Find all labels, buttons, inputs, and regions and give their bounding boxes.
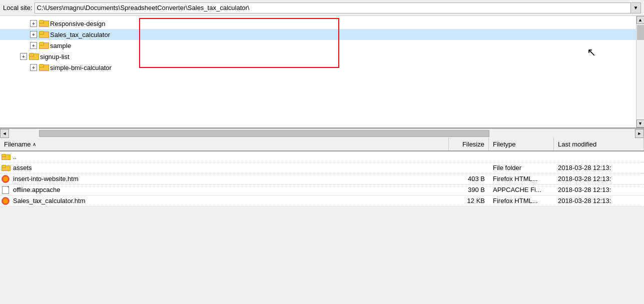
file-icon-offline-appcache — [0, 184, 11, 196]
file-icon-assets — [0, 162, 11, 174]
cell-lastmod-sales-tax-calculator-htm: 2018-03-28 12:13: — [554, 197, 644, 204]
col-header-lastmod[interactable]: Last modified — [554, 138, 644, 150]
folder-icon-responsive-design — [39, 20, 48, 27]
local-site-bar: Local site: ▼ — [0, 0, 644, 16]
cell-filesize-insert-into-website: 403 B — [449, 175, 489, 182]
file-list-section: Filename ∧ Filesize Filetype Last modifi… — [0, 138, 644, 206]
cell-lastmod-insert-into-website: 2018-03-28 12:13: — [554, 175, 644, 182]
local-site-path-input[interactable] — [35, 2, 631, 14]
col-header-filename[interactable]: Filename ∧ — [0, 138, 449, 150]
file-row-offline-appcache[interactable]: offline.appcache 390 B APPCACHE Fi... 20… — [0, 184, 644, 196]
cell-filename-offline-appcache: offline.appcache — [11, 186, 449, 194]
expand-btn-sales-tax-calculator[interactable]: + — [30, 31, 37, 38]
scroll-thumb[interactable] — [637, 25, 644, 40]
file-row-insert-into-website[interactable]: insert-into-website.htm 403 B Firefox HT… — [0, 174, 644, 184]
cell-lastmod-assets: 2018-03-28 12:13: — [554, 164, 644, 172]
file-icon-sales-tax-calculator-htm — [0, 196, 11, 206]
col-header-lastmod-label: Last modified — [558, 140, 596, 148]
tree-item-label-simple-bmi-calculator: simple-bmi-calculator — [50, 64, 112, 72]
tree-item-simple-bmi-calculator[interactable]: + simple-bmi-calculator — [0, 62, 636, 73]
cell-filetype-assets: File folder — [489, 164, 554, 172]
tree-item-label-sales-tax-calculator: Sales_tax_calculator — [50, 31, 110, 38]
file-row-parent-dir[interactable]: .. — [0, 152, 644, 162]
h-scroll-track — [9, 129, 635, 138]
cell-filetype-offline-appcache: APPCACHE Fi... — [489, 186, 554, 194]
file-icon-parent-dir — [0, 152, 11, 162]
cell-filename-parent-dir: .. — [11, 153, 449, 160]
folder-small-icon-assets — [2, 165, 10, 171]
folder-icon-signup-list — [29, 53, 38, 60]
scroll-down-button[interactable]: ▼ — [636, 120, 645, 128]
generic-file-icon-offline-appcache — [2, 186, 9, 194]
scroll-track — [636, 24, 644, 120]
tree-item-signup-list[interactable]: + signup-list — [0, 51, 636, 62]
cell-filesize-sales-tax-calculator-htm: 12 KB — [449, 197, 489, 204]
firefox-icon-sales-tax-calculator-htm — [2, 197, 10, 205]
tree-item-label-signup-list: signup-list — [40, 53, 70, 60]
tree-item-label-sample: sample — [50, 42, 71, 50]
local-site-dropdown-button[interactable]: ▼ — [631, 2, 641, 14]
folder-icon-simple-bmi-calculator — [39, 64, 48, 71]
tree-item-sales-tax-calculator[interactable]: + Sales_tax_calculator — [0, 29, 636, 40]
col-header-filetype-label: Filetype — [493, 140, 516, 148]
folder-small-icon — [2, 154, 10, 160]
tree-panel: + Responsive-design + Sales_tax_calculat… — [0, 16, 644, 128]
expand-btn-simple-bmi-calculator[interactable]: + — [30, 64, 37, 71]
file-row-assets[interactable]: assets File folder 2018-03-28 12:13: — [0, 162, 644, 174]
table-header: Filename ∧ Filesize Filetype Last modifi… — [0, 138, 644, 152]
scroll-up-button[interactable]: ▲ — [636, 16, 645, 24]
sort-indicator-filename: ∧ — [33, 142, 36, 147]
tree-item-responsive-design[interactable]: + Responsive-design — [0, 18, 636, 29]
h-scroll-thumb[interactable] — [39, 130, 489, 137]
scroll-left-button[interactable]: ◄ — [0, 129, 9, 138]
tree-item-sample[interactable]: + sample — [0, 40, 636, 51]
tree-content: + Responsive-design + Sales_tax_calculat… — [0, 16, 636, 128]
cell-filesize-offline-appcache: 390 B — [449, 186, 489, 194]
col-header-filename-label: Filename — [4, 140, 31, 148]
horizontal-scrollbar[interactable]: ◄ ► — [0, 128, 644, 138]
cell-filetype-insert-into-website: Firefox HTML... — [489, 175, 554, 182]
col-header-filesize-label: Filesize — [462, 140, 484, 148]
scroll-right-button[interactable]: ► — [635, 129, 644, 138]
tree-vertical-scrollbar[interactable]: ▲ ▼ — [636, 16, 644, 128]
expand-btn-sample[interactable]: + — [30, 42, 37, 49]
folder-icon-sales-tax-calculator — [39, 31, 48, 38]
cell-filename-assets: assets — [11, 164, 449, 172]
firefox-icon-insert-into-website — [2, 175, 10, 183]
file-icon-insert-into-website — [0, 174, 11, 184]
cell-lastmod-offline-appcache: 2018-03-28 12:13: — [554, 186, 644, 194]
cell-filename-insert-into-website: insert-into-website.htm — [11, 175, 449, 182]
folder-icon-sample — [39, 42, 48, 49]
col-header-filetype[interactable]: Filetype — [489, 138, 554, 150]
local-site-label: Local site: — [3, 4, 33, 12]
tree-item-label-responsive-design: Responsive-design — [50, 20, 106, 28]
expand-btn-responsive-design[interactable]: + — [30, 20, 37, 27]
expand-btn-signup-list[interactable]: + — [20, 53, 27, 60]
cell-filename-sales-tax-calculator-htm: Sales_tax_calculator.htm — [11, 197, 449, 204]
col-header-filesize[interactable]: Filesize — [449, 138, 489, 150]
cell-filetype-sales-tax-calculator-htm: Firefox HTML... — [489, 197, 554, 204]
file-row-sales-tax-calculator-htm[interactable]: Sales_tax_calculator.htm 12 KB Firefox H… — [0, 196, 644, 206]
